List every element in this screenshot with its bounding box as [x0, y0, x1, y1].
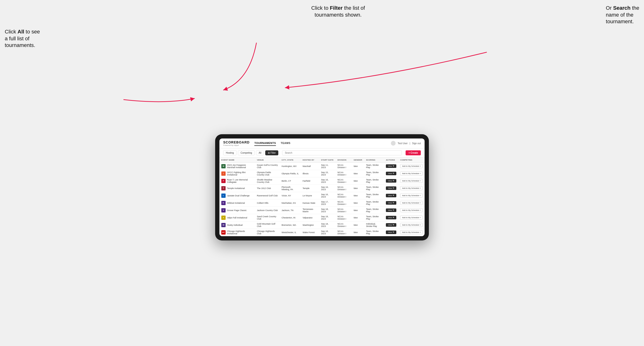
eye-icon: 👁	[392, 202, 394, 204]
event-name-text: Upstate Dual Challenge	[227, 194, 250, 197]
add-to-schedule-button[interactable]: Add to My Schedule +	[400, 230, 423, 234]
cell-gender: Men	[352, 214, 364, 221]
cell-venue: Olympia Fields Country Club	[255, 170, 280, 177]
cell-division: NCAA Division I	[336, 214, 352, 221]
cell-city: Olympia Fields, IL	[280, 170, 301, 177]
cell-event-name: I OFCC Fighting Illini Invitational	[220, 170, 255, 177]
cell-hosted-by: Fairfield	[301, 177, 319, 184]
event-name-cell: L Upstate Dual Challenge	[221, 193, 253, 198]
view-button[interactable]: View 👁	[386, 194, 396, 197]
cell-division: NCAA Division I	[336, 206, 352, 214]
cell-competing: Add to My Schedule +	[398, 199, 424, 206]
event-name-cell: T Temple Invitational	[221, 186, 253, 190]
cell-event-name: V Grover Page Classic	[220, 206, 255, 214]
cell-hosted-by: Temple	[301, 184, 319, 192]
hosting-button[interactable]: Hosting	[223, 150, 236, 155]
view-label: View	[388, 231, 392, 233]
create-button[interactable]: + Create	[406, 150, 421, 155]
table-row: L Upstate Dual Challenge Ravenwood Golf …	[220, 192, 424, 199]
eye-icon: 👁	[392, 165, 394, 167]
table-row: V Valpo Fall Invitational Sand Creek Cou…	[220, 214, 424, 221]
add-to-schedule-button[interactable]: Add to My Schedule +	[400, 164, 423, 168]
cell-city: Jackson, TN	[280, 206, 301, 214]
add-to-schedule-button[interactable]: Add to My Schedule +	[400, 179, 423, 183]
cell-actions: View 👁	[384, 184, 398, 192]
search-input[interactable]	[282, 150, 402, 155]
col-hosted-by: HOSTED BY	[301, 158, 319, 163]
event-name-text: Grover Page Classic	[227, 209, 247, 211]
cell-event-name: T Temple Invitational	[220, 184, 255, 192]
nav-tab-tournaments[interactable]: TOURNAMENTS	[254, 141, 276, 146]
cell-start-date: Sep 18, 2023	[319, 206, 336, 214]
cell-scoring: Team, Stroke Play	[364, 184, 384, 192]
view-label: View	[388, 194, 392, 197]
add-to-schedule-button[interactable]: Add to My Schedule +	[400, 193, 423, 197]
view-button[interactable]: View 👁	[386, 216, 396, 219]
cell-city: Huntington, WV	[280, 163, 301, 170]
annotation-search: Or Search thename of thetournament.	[606, 5, 639, 25]
cell-competing: Add to My Schedule +	[398, 184, 424, 192]
eye-icon: 👁	[392, 194, 394, 197]
cell-actions: View 👁	[384, 206, 398, 214]
nav-tabs: TOURNAMENTS TEAMS	[254, 141, 391, 146]
cell-city: Westchester, IL	[280, 229, 301, 236]
cell-event-name: WF Chicago Highlands Invitational	[220, 229, 255, 236]
view-button[interactable]: View 👁	[386, 223, 396, 227]
cell-division: NCAA Division I	[336, 229, 352, 236]
add-to-schedule-button[interactable]: Add to My Schedule +	[400, 208, 423, 212]
cell-hosted-by: Wake Forest	[301, 229, 319, 236]
cell-competing: Add to My Schedule +	[398, 214, 424, 221]
event-name-cell: K Wildcat Invitational	[221, 201, 253, 205]
event-name-text: Valpo Fall Invitational	[227, 216, 247, 219]
view-button[interactable]: View 👁	[386, 179, 396, 182]
view-button[interactable]: View 👁	[386, 186, 396, 190]
view-button[interactable]: View 👁	[386, 208, 396, 212]
cell-event-name: K Wildcat Invitational	[220, 199, 255, 206]
logo-sub: Powered by clippd	[223, 144, 250, 146]
actions-cell: View 👁	[386, 194, 396, 197]
add-to-schedule-button[interactable]: Add to My Schedule +	[400, 201, 423, 205]
eye-icon: 👁	[392, 209, 394, 211]
sign-out-link[interactable]: Sign out	[412, 142, 421, 145]
cell-division: NCAA Division I	[336, 163, 352, 170]
cell-division: NCAA Division I	[336, 170, 352, 177]
add-to-schedule-button[interactable]: Add to My Schedule +	[400, 186, 423, 190]
cell-actions: View 👁	[384, 192, 398, 199]
cell-city: Plymouth Meeting, PA	[280, 184, 301, 192]
logo-brand: SCOREBOARD	[223, 140, 250, 144]
team-logo: M	[221, 164, 226, 168]
view-label: View	[388, 187, 392, 189]
cell-hosted-by: Tennessee-Martin	[301, 206, 319, 214]
view-label: View	[388, 209, 392, 211]
add-to-schedule-button[interactable]: Add to My Schedule +	[400, 216, 423, 220]
all-button[interactable]: All	[256, 150, 264, 155]
cell-event-name: F Ryan T. Lee Memorial Collegiate	[220, 177, 255, 184]
view-button[interactable]: View 👁	[386, 201, 396, 205]
team-logo: V	[221, 216, 226, 220]
cell-gender: Men	[352, 192, 364, 199]
eye-icon: 👁	[392, 180, 394, 182]
view-button[interactable]: View 👁	[386, 230, 396, 234]
add-to-schedule-button[interactable]: Add to My Schedule +	[400, 172, 423, 175]
cell-scoring: Team, Stroke Play	[364, 229, 384, 236]
add-to-schedule-button[interactable]: Add to My Schedule +	[400, 223, 423, 227]
cell-venue: Guyan Golf & Country Club	[255, 163, 280, 170]
cell-competing: Add to My Schedule +	[398, 192, 424, 199]
cell-competing: Add to My Schedule +	[398, 170, 424, 177]
cell-city: Bremerton, WA	[280, 221, 301, 229]
nav-tab-teams[interactable]: TEAMS	[281, 141, 290, 146]
search-box	[282, 150, 402, 155]
view-button[interactable]: View 👁	[386, 164, 396, 168]
competing-button[interactable]: Competing	[238, 150, 254, 155]
actions-cell: View 👁	[386, 223, 396, 227]
actions-cell: View 👁	[386, 172, 396, 175]
cell-city: Manhattan, KS	[280, 199, 301, 206]
col-venue: VENUE	[255, 158, 280, 163]
view-button[interactable]: View 👁	[386, 172, 396, 175]
cell-event-name: M 2023 Joe Feaganes Marshall Invitationa…	[220, 163, 255, 170]
cell-venue: Chicago Highlands Club	[255, 229, 280, 236]
actions-cell: View 👁	[386, 164, 396, 168]
filter-button[interactable]: ⊞ Filter	[265, 150, 278, 155]
event-name-cell: W Husky Individual	[221, 223, 253, 227]
view-label: View	[388, 180, 392, 182]
